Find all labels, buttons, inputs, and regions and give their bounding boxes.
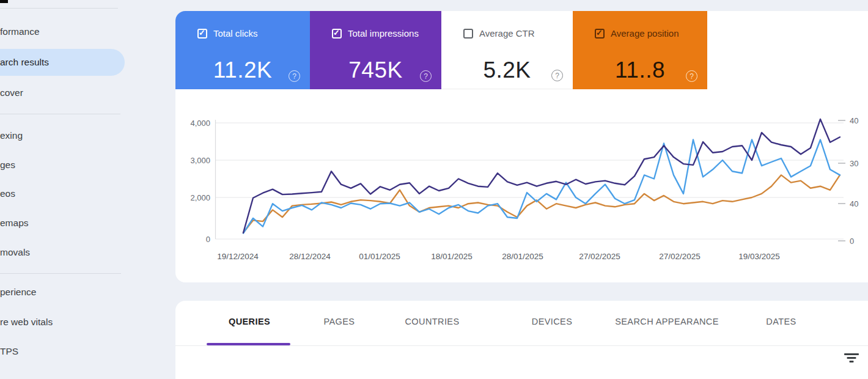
sidebar-item-indexing[interactable]: exing (0, 128, 23, 143)
sidebar-item-videos[interactable]: eos (0, 186, 15, 201)
tab-search-appearance[interactable]: SEARCH APPEARANCE (615, 317, 719, 326)
search-console-performance-page: formance arch results cover exing ges eo… (0, 0, 868, 379)
help-icon[interactable] (686, 70, 697, 82)
chart-right-axis: 40 30 40 0 (838, 116, 858, 246)
svg-text:27/02/2025: 27/02/2025 (659, 252, 701, 261)
sidebar-item-performance[interactable]: formance (0, 24, 40, 39)
metric-card-average-position[interactable]: Average position 11..8 (573, 11, 707, 89)
tab-dates[interactable]: DATES (766, 317, 796, 326)
sidebar-item-core-web-vitals[interactable]: re web vitals (0, 315, 53, 329)
metric-card-label: Total clicks (213, 28, 258, 39)
sidebar-item-pages[interactable]: ges (0, 158, 15, 172)
svg-text:4,000: 4,000 (190, 119, 210, 128)
svg-text:18/01/2025: 18/01/2025 (431, 252, 473, 261)
sidebar-item-search-results[interactable]: arch results (0, 49, 125, 76)
checkbox-icon[interactable] (595, 29, 605, 39)
svg-text:27/02/2025: 27/02/2025 (579, 252, 620, 261)
checkbox-icon[interactable] (332, 29, 342, 39)
metric-card-label: Total impressions (348, 28, 419, 39)
sidebar-item-label: arch results (0, 57, 49, 68)
chart-left-axis: 4,000 3,000 2,000 0 (190, 119, 210, 244)
tab-row: QUERIES PAGES COUNTRIES DEVICES SEARCH A… (175, 301, 868, 346)
metric-card-label: Average position (611, 28, 679, 39)
sidebar-item-https[interactable]: TPS (0, 344, 18, 359)
svg-text:28/01/2025: 28/01/2025 (502, 252, 543, 261)
sidebar-item-experience[interactable]: perience (0, 285, 36, 300)
sidebar-divider (0, 114, 120, 114)
svg-text:28/12/2024: 28/12/2024 (289, 252, 331, 261)
help-icon[interactable] (420, 70, 432, 82)
tab-countries[interactable]: COUNTRIES (405, 317, 460, 326)
series-line-total-clicks (243, 140, 840, 234)
checkbox-icon[interactable] (463, 29, 473, 39)
svg-text:0: 0 (206, 235, 210, 244)
checkbox-icon[interactable] (197, 29, 207, 39)
performance-panel: Total clicks 11.2K Total impressions 745… (175, 11, 868, 282)
filter-icon[interactable] (844, 353, 859, 364)
svg-text:2,000: 2,000 (190, 193, 210, 202)
sidebar: formance arch results cover exing ges eo… (0, 0, 175, 379)
tab-pages[interactable]: PAGES (324, 317, 355, 326)
sidebar-divider (0, 8, 118, 9)
tab-queries[interactable]: QUERIES (229, 317, 270, 326)
dimension-tabs-panel: QUERIES PAGES COUNTRIES DEVICES SEARCH A… (175, 301, 868, 379)
svg-text:19/12/2024: 19/12/2024 (217, 252, 259, 261)
chart-x-axis: 19/12/2024 28/12/2024 01/01/2025 18/01/2… (217, 252, 780, 261)
performance-line-chart[interactable]: 4,000 3,000 2,000 0 40 30 40 0 19/12/202… (175, 89, 868, 282)
series-line-average-position (243, 175, 840, 232)
metric-card-total-clicks[interactable]: Total clicks 11.2K (175, 11, 310, 89)
svg-text:19/03/2025: 19/03/2025 (738, 252, 780, 261)
svg-text:3,000: 3,000 (190, 156, 210, 165)
sidebar-item-removals[interactable]: movals (0, 245, 30, 260)
sidebar-item-discover[interactable]: cover (0, 86, 23, 100)
svg-text:30: 30 (850, 159, 858, 168)
help-icon[interactable] (289, 70, 300, 82)
svg-text:40: 40 (850, 199, 858, 208)
svg-text:40: 40 (850, 116, 858, 125)
metric-card-label: Average CTR (479, 28, 535, 39)
metric-card-average-ctr[interactable]: Average CTR 5.2K (441, 11, 573, 89)
help-icon[interactable] (551, 70, 563, 81)
chart-series (243, 119, 840, 234)
screen-corner-artifact (0, 0, 8, 3)
active-tab-underline (207, 343, 290, 345)
sidebar-divider (0, 273, 121, 274)
svg-text:0: 0 (850, 237, 854, 246)
series-line-total-impressions (243, 119, 840, 233)
chart-gridlines (216, 120, 844, 239)
tab-devices[interactable]: DEVICES (532, 317, 572, 326)
svg-text:01/01/2025: 01/01/2025 (359, 252, 400, 261)
metric-cards: Total clicks 11.2K Total impressions 745… (175, 11, 707, 89)
metric-card-total-impressions[interactable]: Total impressions 745K (310, 11, 441, 89)
sidebar-item-sitemaps[interactable]: emaps (0, 216, 29, 230)
